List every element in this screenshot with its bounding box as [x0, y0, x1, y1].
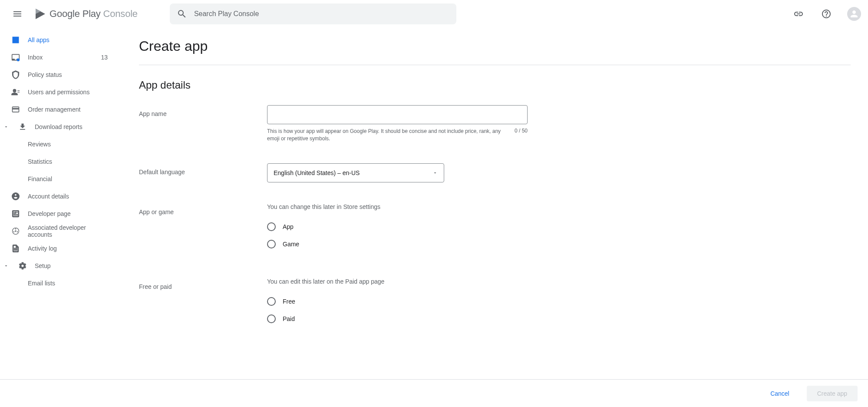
- app-or-game-label: App or game: [139, 203, 267, 257]
- search-icon: [177, 9, 187, 19]
- sidebar-item-associated-accounts[interactable]: Associated developer accounts: [0, 222, 122, 240]
- link-button[interactable]: [790, 5, 807, 23]
- svg-point-2: [17, 59, 20, 62]
- svg-point-8: [17, 231, 18, 232]
- radio-game[interactable]: Game: [267, 240, 528, 248]
- search-input[interactable]: [194, 10, 449, 18]
- divider: [139, 65, 851, 65]
- person-icon: [849, 9, 859, 19]
- cancel-button[interactable]: Cancel: [760, 386, 800, 401]
- sidebar-item-financial[interactable]: Financial: [0, 170, 122, 188]
- shield-icon: [10, 69, 21, 80]
- svg-point-9: [13, 231, 14, 232]
- app-name-helper: This is how your app will appear on Goog…: [267, 128, 502, 142]
- sidebar-item-account-details[interactable]: Account details: [0, 188, 122, 205]
- sidebar-item-label: All apps: [28, 36, 111, 43]
- sidebar-item-label: Statistics: [28, 158, 111, 165]
- logo[interactable]: Google Play Console: [35, 8, 138, 20]
- sidebar-item-label: Policy status: [28, 71, 111, 78]
- sidebar-item-label: Activity log: [28, 245, 111, 252]
- download-icon: [17, 122, 28, 132]
- apps-icon: [10, 35, 21, 45]
- radio-app[interactable]: App: [267, 222, 528, 231]
- card-icon: [10, 104, 21, 115]
- svg-point-7: [15, 228, 17, 230]
- chevron-down-icon: [2, 124, 10, 129]
- radio-circle-icon: [267, 222, 276, 231]
- page-icon: [10, 208, 21, 219]
- sidebar-item-label: Associated developer accounts: [28, 224, 111, 238]
- free-or-paid-hint: You can edit this later on the Paid app …: [267, 278, 528, 285]
- radio-free[interactable]: Free: [267, 297, 528, 306]
- sidebar: All apps Inbox 13 Policy status Users a: [0, 28, 122, 379]
- avatar[interactable]: [847, 7, 861, 21]
- svg-point-6: [15, 230, 16, 232]
- page-title: Create app: [139, 38, 851, 54]
- radio-circle-icon: [267, 297, 276, 306]
- sidebar-item-label: Email lists: [28, 280, 111, 287]
- free-or-paid-label: Free or paid: [139, 278, 267, 332]
- svg-rect-4: [13, 212, 18, 213]
- sidebar-item-email-lists[interactable]: Email lists: [0, 275, 122, 292]
- footer: Cancel Create app: [0, 379, 868, 407]
- radio-label: Game: [283, 241, 299, 248]
- play-logo-icon: [35, 8, 46, 20]
- sidebar-item-download-reports[interactable]: Download reports: [0, 118, 122, 136]
- chevron-down-icon: [432, 170, 438, 175]
- app-name-counter: 0 / 50: [515, 128, 528, 142]
- sidebar-item-label: Order management: [28, 106, 111, 113]
- inbox-icon: [10, 52, 21, 63]
- radio-label: Free: [283, 298, 295, 305]
- app-name-label: App name: [139, 105, 267, 142]
- sidebar-item-label: Reviews: [28, 141, 111, 148]
- logo-text: Google Play Console: [50, 8, 138, 20]
- radio-circle-icon: [267, 314, 276, 323]
- sidebar-item-label: Account details: [28, 193, 111, 200]
- radio-label: Paid: [283, 315, 295, 322]
- sidebar-item-developer-page[interactable]: Developer page: [0, 205, 122, 222]
- sidebar-item-policy-status[interactable]: Policy status: [0, 66, 122, 83]
- sidebar-item-label: Developer page: [28, 210, 111, 217]
- menu-button[interactable]: [7, 3, 28, 24]
- sidebar-item-label: Users and permissions: [28, 89, 111, 96]
- link-icon: [793, 9, 804, 19]
- radio-label: App: [283, 223, 294, 230]
- form-row-app-or-game: App or game You can change this later in…: [139, 203, 851, 257]
- associated-icon: [10, 226, 21, 236]
- search-box[interactable]: [170, 3, 456, 24]
- sidebar-item-label: Financial: [28, 175, 111, 182]
- main-content: Create app App details App name This is …: [122, 28, 868, 379]
- radio-circle-icon: [267, 240, 276, 248]
- sidebar-item-order-management[interactable]: Order management: [0, 101, 122, 118]
- sidebar-item-users[interactable]: Users and permissions: [0, 83, 122, 101]
- help-icon: [821, 9, 832, 19]
- inbox-badge: 13: [101, 54, 108, 61]
- default-language-label: Default language: [139, 163, 267, 182]
- sidebar-item-label: Setup: [35, 262, 111, 269]
- sidebar-item-reviews[interactable]: Reviews: [0, 136, 122, 153]
- section-title: App details: [139, 79, 851, 91]
- create-app-button[interactable]: Create app: [807, 386, 858, 401]
- form-row-free-or-paid: Free or paid You can edit this later on …: [139, 278, 851, 332]
- default-language-select[interactable]: English (United States) – en-US: [267, 163, 444, 182]
- gear-icon: [17, 261, 28, 271]
- form-row-default-language: Default language English (United States)…: [139, 163, 851, 182]
- chevron-down-icon: [2, 263, 10, 268]
- select-value: English (United States) – en-US: [274, 169, 360, 176]
- sidebar-item-activity-log[interactable]: Activity log: [0, 240, 122, 257]
- sidebar-item-label: Inbox: [28, 54, 94, 61]
- users-icon: [10, 87, 21, 97]
- radio-paid[interactable]: Paid: [267, 314, 528, 323]
- log-icon: [10, 243, 21, 254]
- menu-icon: [12, 9, 23, 19]
- sidebar-item-statistics[interactable]: Statistics: [0, 153, 122, 170]
- sidebar-item-label: Download reports: [35, 123, 111, 130]
- sidebar-item-inbox[interactable]: Inbox 13: [0, 49, 122, 66]
- sidebar-item-setup[interactable]: Setup: [0, 257, 122, 275]
- form-row-app-name: App name This is how your app will appea…: [139, 105, 851, 142]
- help-button[interactable]: [818, 5, 835, 23]
- account-icon: [10, 191, 21, 202]
- app-name-input[interactable]: [267, 105, 528, 124]
- sidebar-item-all-apps[interactable]: All apps: [0, 31, 122, 49]
- app-or-game-hint: You can change this later in Store setti…: [267, 203, 528, 210]
